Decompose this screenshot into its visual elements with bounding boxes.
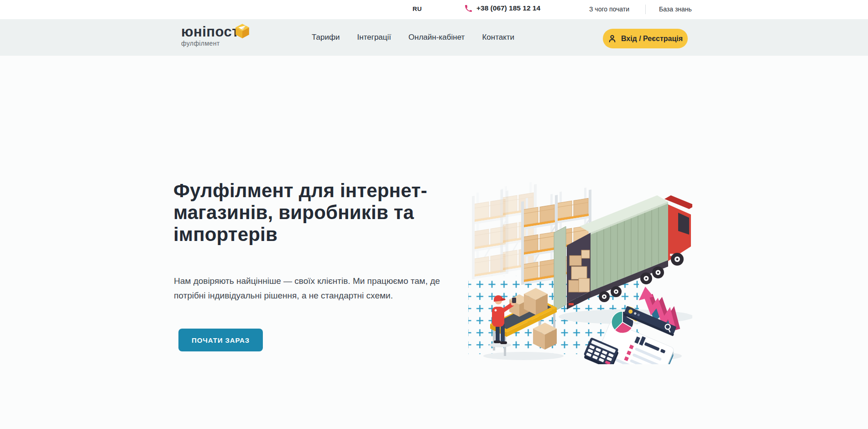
nav-tariffs[interactable]: Тарифи <box>312 33 340 42</box>
logo-name: юніпост <box>181 25 239 39</box>
nav-integrations[interactable]: Інтеграції <box>357 33 392 42</box>
description-line-2: потрібні індивідуальні рішення, а не ста… <box>174 288 440 303</box>
hero-section: Фулфілмент для інтернет- магазинів, виро… <box>0 56 868 429</box>
topbar-link-knowledge-base[interactable]: База знань <box>659 5 692 13</box>
nav-online-cabinet[interactable]: Онлайн-кабінет <box>408 33 465 42</box>
description-line-1: Нам довіряють найцінніше — своїх клієнті… <box>174 274 440 288</box>
logo-tagline: фулфілмент <box>181 40 239 47</box>
page-title: Фулфілмент для інтернет- магазинів, виро… <box>173 180 427 246</box>
topbar-divider <box>645 5 646 14</box>
title-line-3: імпортерів <box>173 224 427 246</box>
logo[interactable]: юніпост фулфілмент <box>181 25 239 47</box>
title-line-2: магазинів, виробників та <box>173 202 427 224</box>
start-now-button[interactable]: ПОЧАТИ ЗАРАЗ <box>178 329 263 351</box>
header: юніпост фулфілмент Тарифи Інтеграції Онл… <box>0 19 868 56</box>
title-line-1: Фулфілмент для інтернет- <box>173 180 427 202</box>
cube-icon <box>234 22 251 39</box>
main-nav: Тарифи Інтеграції Онлайн-кабінет Контакт… <box>312 19 514 56</box>
phone-number: +38 (067) 185 12 14 <box>476 4 540 12</box>
topbar-link-get-started[interactable]: З чого почати <box>589 5 629 13</box>
warehouse-illustration <box>462 182 692 364</box>
nav-contacts[interactable]: Контакти <box>482 33 514 42</box>
login-register-label: Вхід / Реєстрація <box>621 35 683 43</box>
login-register-button[interactable]: Вхід / Реєстрація <box>603 29 688 48</box>
phone-link[interactable]: +38 (067) 185 12 14 <box>465 4 540 12</box>
language-selector[interactable]: RU <box>413 5 422 12</box>
hero-description: Нам довіряють найцінніше — своїх клієнті… <box>174 274 440 303</box>
topbar: RU +38 (067) 185 12 14 З чого почати Баз… <box>0 0 868 19</box>
user-icon <box>608 34 617 43</box>
phone-icon <box>465 5 472 12</box>
